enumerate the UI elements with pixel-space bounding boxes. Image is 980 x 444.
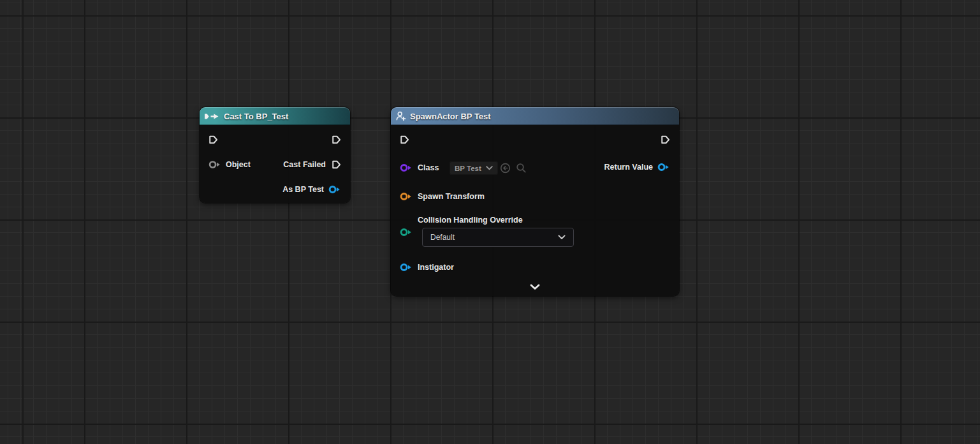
node-title: SpawnActor BP Test: [410, 112, 491, 121]
collision-handling-label: Collision Handling Override: [418, 216, 523, 225]
as-bp-test-label: As BP Test: [282, 185, 324, 194]
class-dropdown[interactable]: BP Test: [450, 161, 498, 175]
spawn-transform-pin[interactable]: [400, 192, 413, 201]
instigator-label: Instigator: [418, 263, 454, 272]
use-selected-asset-icon[interactable]: [500, 163, 511, 174]
exec-out-pin[interactable]: [332, 134, 341, 145]
node-cast-to-bp-test[interactable]: Cast To BP_Test Object Cast Failed As BP…: [200, 107, 350, 203]
node-header-spawn[interactable]: SpawnActor BP Test: [391, 107, 679, 125]
class-dropdown-value: BP Test: [455, 165, 481, 172]
collision-handling-value: Default: [430, 233, 455, 242]
blueprint-canvas[interactable]: Cast To BP_Test Object Cast Failed As BP…: [0, 0, 980, 444]
spawn-transform-label: Spawn Transform: [418, 192, 485, 201]
browse-asset-icon[interactable]: [516, 163, 527, 174]
chevron-down-icon: [486, 166, 493, 170]
exec-out-pin[interactable]: [661, 134, 670, 145]
expand-node-chevron-icon[interactable]: [530, 284, 540, 290]
collision-handling-dropdown[interactable]: Default: [422, 228, 574, 247]
spawn-actor-icon: [396, 111, 406, 121]
instigator-pin[interactable]: [400, 263, 413, 272]
cast-failed-label: Cast Failed: [283, 160, 326, 169]
node-spawnactor-bp-test[interactable]: SpawnActor BP Test Class BP Test: [391, 107, 679, 296]
cast-failed-exec-pin[interactable]: [332, 159, 341, 170]
cast-node-icon: [205, 113, 220, 120]
chevron-down-icon: [558, 235, 566, 240]
class-pin[interactable]: [400, 163, 413, 172]
return-value-label: Return Value: [604, 163, 653, 172]
as-bp-test-pin[interactable]: [328, 185, 341, 194]
exec-in-pin[interactable]: [400, 134, 409, 145]
node-header-cast[interactable]: Cast To BP_Test: [200, 107, 350, 125]
class-pin-label: Class: [418, 163, 439, 172]
node-title: Cast To BP_Test: [224, 112, 288, 121]
object-pin[interactable]: [208, 160, 221, 169]
return-value-pin[interactable]: [657, 163, 670, 172]
collision-handling-pin[interactable]: [400, 228, 413, 237]
exec-in-pin[interactable]: [208, 134, 218, 145]
object-pin-label: Object: [226, 160, 251, 169]
